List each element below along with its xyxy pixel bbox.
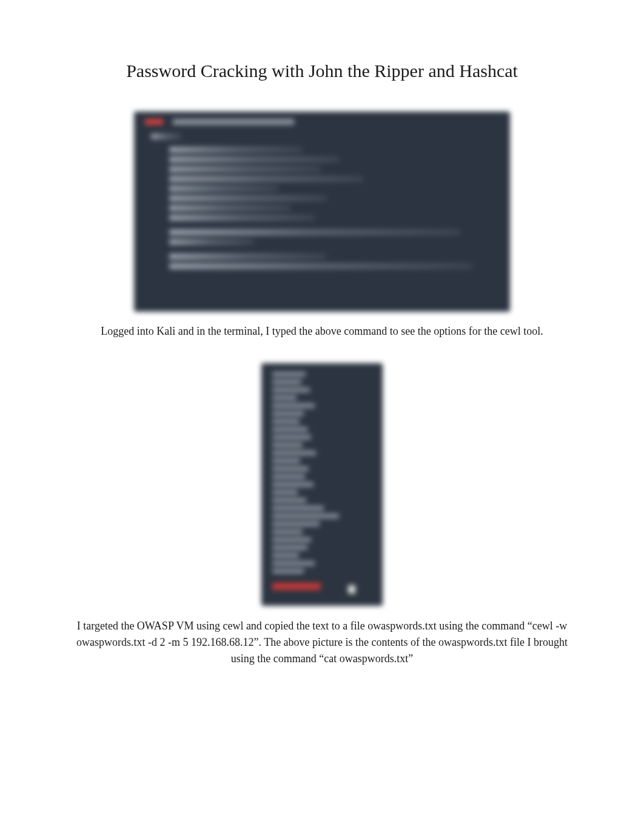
caption-2: I targeted the OWASP VM using cewl and c… bbox=[73, 618, 571, 667]
terminal-prompt-indicator bbox=[272, 583, 321, 590]
terminal-screenshot-2 bbox=[261, 363, 383, 606]
terminal-cursor bbox=[348, 585, 355, 594]
caption-1: Logged into Kali and in the terminal, I … bbox=[73, 324, 571, 339]
screenshot-2-container bbox=[36, 363, 608, 606]
terminal-content-1 bbox=[134, 112, 510, 280]
screenshot-1-container bbox=[36, 112, 608, 312]
page-title: Password Cracking with John the Ripper a… bbox=[36, 61, 608, 81]
terminal-content-2 bbox=[261, 363, 383, 602]
terminal-screenshot-1 bbox=[134, 112, 510, 312]
